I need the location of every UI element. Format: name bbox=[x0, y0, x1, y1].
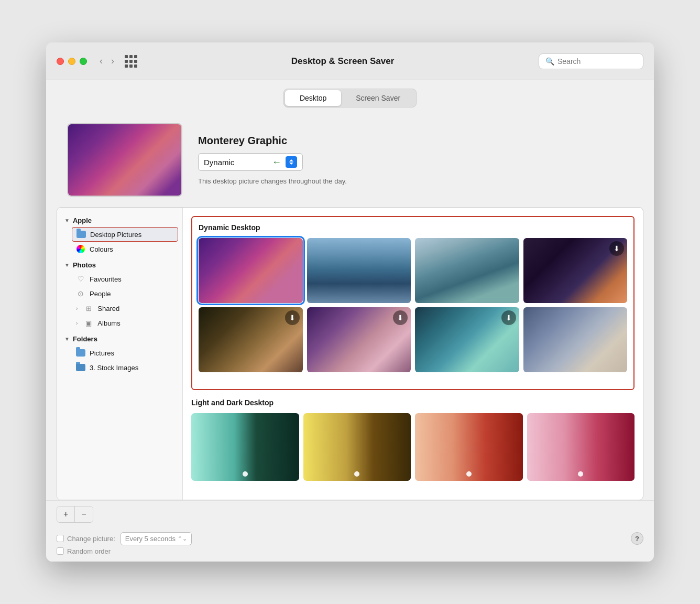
dropdown-value: Dynamic bbox=[204, 158, 268, 167]
preview-info: Monterey Graphic Dynamic ← This desktop … bbox=[198, 135, 347, 185]
folder-icon bbox=[76, 348, 85, 358]
sidebar-item-label-stock-images: 3. Stock Images bbox=[90, 364, 138, 372]
random-order-checkbox[interactable] bbox=[57, 547, 64, 555]
folder-shape bbox=[76, 364, 85, 371]
chevron-down-icon: ▼ bbox=[64, 218, 70, 223]
sidebar-item-stock-images[interactable]: 3. Stock Images bbox=[57, 360, 182, 375]
sidebar-section-label-folders: Folders bbox=[73, 335, 97, 343]
chevron-right-icon: › bbox=[76, 306, 78, 311]
arrow-down-icon bbox=[289, 163, 293, 165]
back-button[interactable]: ‹ bbox=[96, 53, 106, 69]
dropdown-row: Dynamic ← bbox=[198, 153, 347, 171]
nav-buttons: ‹ › bbox=[96, 53, 117, 69]
wallpaper-thumb-monterey[interactable] bbox=[199, 238, 303, 303]
tab-desktop[interactable]: Desktop bbox=[285, 90, 341, 106]
dynamic-dropdown[interactable]: Dynamic ← bbox=[198, 153, 303, 171]
search-box[interactable]: 🔍 bbox=[539, 53, 643, 69]
random-order-checkbox-label[interactable]: Random order bbox=[57, 547, 111, 555]
wallpaper-thumb-yellow-brown[interactable] bbox=[303, 413, 411, 480]
sidebar-header-photos[interactable]: ▼ Photos bbox=[57, 258, 182, 272]
download-icon: ⬇ bbox=[393, 310, 408, 325]
dropdown-stepper[interactable] bbox=[286, 156, 297, 168]
grid-dot bbox=[125, 60, 128, 63]
chevron-down-icon: ▼ bbox=[64, 336, 70, 342]
remove-button[interactable]: − bbox=[75, 506, 92, 522]
titlebar: ‹ › Desktop & Screen Saver 🔍 bbox=[46, 42, 654, 80]
wallpaper-thumb-peach-red[interactable] bbox=[415, 413, 523, 480]
heart-icon: ♡ bbox=[76, 274, 85, 284]
wallpaper-name: Monterey Graphic bbox=[198, 135, 347, 147]
sidebar-section-folders: ▼ Folders Pictures 3. Stock Images bbox=[57, 332, 182, 375]
sidebar-item-label-colours: Colours bbox=[90, 245, 113, 253]
folder-icon bbox=[76, 363, 85, 372]
folder-shape bbox=[76, 231, 86, 238]
grid-dot bbox=[125, 64, 128, 68]
random-order-label: Random order bbox=[67, 547, 111, 555]
wallpaper-thumb-blue-beige[interactable] bbox=[523, 307, 628, 372]
sidebar-item-people[interactable]: ⊙ People bbox=[57, 286, 182, 301]
add-button[interactable]: + bbox=[57, 506, 75, 522]
sidebar-header-apple[interactable]: ▼ Apple bbox=[57, 214, 182, 227]
sidebar-item-desktop-pictures[interactable]: Desktop Pictures bbox=[72, 227, 178, 242]
sidebar-header-folders[interactable]: ▼ Folders bbox=[57, 332, 182, 346]
play-dot bbox=[578, 471, 583, 477]
forward-button[interactable]: › bbox=[108, 53, 117, 69]
wallpaper-thumb-teal-dark[interactable] bbox=[191, 413, 299, 480]
chevron-right-icon: › bbox=[76, 320, 78, 326]
wallpaper-thumb-teal-valley[interactable]: ⬇ bbox=[415, 307, 519, 372]
colors-shape bbox=[76, 245, 85, 253]
tab-group: Desktop Screen Saver bbox=[283, 89, 417, 107]
grid-dot bbox=[129, 60, 133, 63]
window-title: Desktop & Screen Saver bbox=[147, 56, 539, 67]
minimize-button[interactable] bbox=[68, 58, 75, 65]
sidebar-item-albums[interactable]: › ▣ Albums bbox=[57, 316, 182, 330]
close-button[interactable] bbox=[57, 58, 64, 65]
change-picture-checkbox[interactable] bbox=[57, 535, 64, 542]
play-dot bbox=[466, 471, 472, 477]
sidebar-item-pictures[interactable]: Pictures bbox=[57, 346, 182, 360]
preview-area: Monterey Graphic Dynamic ← This desktop … bbox=[46, 115, 654, 207]
tab-screen-saver[interactable]: Screen Saver bbox=[341, 90, 415, 106]
dynamic-desktop-section: Dynamic Desktop ⬇ ⬇ ⬇ bbox=[191, 216, 635, 390]
sidebar-item-shared[interactable]: › ⊞ Shared bbox=[57, 301, 182, 316]
traffic-lights bbox=[57, 58, 87, 65]
sidebar-item-colours[interactable]: Colours bbox=[57, 242, 182, 256]
change-picture-checkbox-label[interactable]: Change picture: bbox=[57, 535, 115, 543]
wallpaper-thumb-pink-crimson[interactable] bbox=[527, 413, 635, 480]
albums-shape: ▣ bbox=[85, 319, 92, 327]
dynamic-wallpaper-grid: ⬇ ⬇ ⬇ ⬇ bbox=[199, 238, 627, 372]
interval-select[interactable]: Every 5 seconds ⌃⌄ bbox=[121, 532, 192, 545]
grid-dot bbox=[125, 55, 128, 58]
wallpaper-thumb-rocks1[interactable]: ⬇ bbox=[199, 307, 303, 372]
sidebar-item-favourites[interactable]: ♡ Favourites bbox=[57, 272, 182, 286]
maximize-button[interactable] bbox=[80, 58, 87, 65]
albums-icon: ▣ bbox=[84, 318, 93, 328]
interval-stepper-icon: ⌃⌄ bbox=[178, 535, 187, 542]
sidebar-item-label-shared: Shared bbox=[97, 305, 119, 312]
folder-icon bbox=[76, 230, 86, 239]
wallpaper-thumb-purple-valley[interactable]: ⬇ bbox=[307, 307, 411, 372]
sidebar-section-photos: ▼ Photos ♡ Favourites ⊙ People › bbox=[57, 258, 182, 330]
download-icon: ⬇ bbox=[501, 310, 516, 325]
chevron-down-icon: ▼ bbox=[64, 262, 70, 268]
folder-shape bbox=[76, 349, 85, 357]
main-panel: ▼ Apple Desktop Pictures Colours bbox=[57, 207, 643, 500]
tabs-bar: Desktop Screen Saver bbox=[46, 80, 654, 115]
person-shape: ⊙ bbox=[78, 289, 84, 298]
help-button[interactable]: ? bbox=[631, 532, 643, 545]
wallpaper-thumb-catalina-coast[interactable] bbox=[307, 238, 411, 303]
sidebar-section-label-photos: Photos bbox=[73, 261, 96, 269]
interval-label: Every 5 seconds bbox=[125, 535, 176, 543]
arrow-up-icon bbox=[289, 159, 293, 161]
light-dark-section: Light and Dark Desktop bbox=[191, 398, 635, 480]
search-input[interactable] bbox=[557, 57, 637, 66]
play-dot bbox=[354, 471, 359, 477]
wallpaper-thumb-big-sur-night[interactable]: ⬇ bbox=[523, 238, 628, 303]
app-grid-icon[interactable] bbox=[125, 55, 137, 68]
grid-area: Dynamic Desktop ⬇ ⬇ ⬇ bbox=[183, 208, 643, 500]
play-dot bbox=[243, 471, 248, 477]
person-icon: ⊙ bbox=[76, 289, 85, 298]
light-dark-section-title: Light and Dark Desktop bbox=[191, 398, 635, 407]
wallpaper-thumb-big-sur-coast[interactable] bbox=[415, 238, 519, 303]
sidebar-section-apple: ▼ Apple Desktop Pictures Colours bbox=[57, 214, 182, 256]
